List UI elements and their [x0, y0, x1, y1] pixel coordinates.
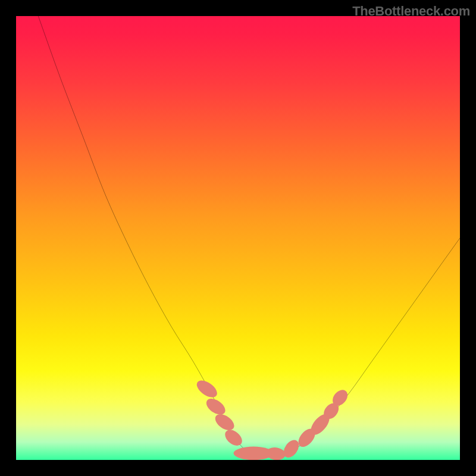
curve-marker: [203, 396, 228, 418]
curve-marker: [194, 377, 220, 400]
plot-area: [16, 16, 460, 460]
bottleneck-curve: [38, 16, 460, 456]
curve-marker: [212, 411, 237, 434]
curve-marker: [222, 427, 245, 449]
watermark-text: TheBottleneck.com: [352, 4, 470, 19]
chart-frame: TheBottleneck.com: [0, 0, 476, 476]
curve-layer: [16, 16, 460, 460]
curve-markers: [194, 377, 350, 460]
curve-marker: [265, 446, 286, 460]
